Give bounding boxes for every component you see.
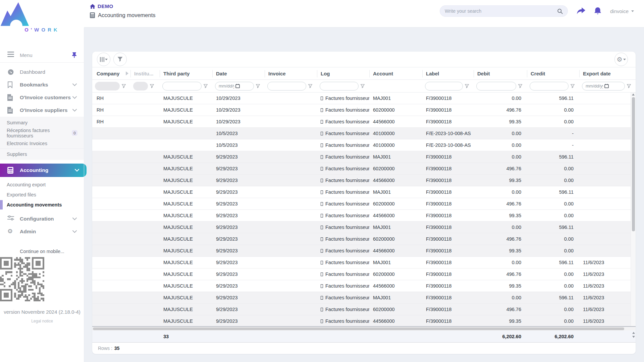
horizontal-scroll-thumb[interactable]: [93, 327, 624, 330]
table-row[interactable]: MAJUSCULE9/29/2023Factures fournisseurs6…: [92, 233, 631, 245]
col-header-credit[interactable]: Credit: [527, 67, 579, 79]
breadcrumb-home[interactable]: DEMO: [90, 3, 156, 9]
funnel-icon[interactable]: [571, 84, 575, 88]
col-header-institution[interactable]: Institu...: [130, 67, 160, 79]
scroll-up-icon[interactable]: [632, 332, 635, 334]
scroll-down-icon[interactable]: [632, 336, 635, 338]
table-row[interactable]: MAJUSCULE9/29/2023Factures fournisseurs6…: [92, 304, 631, 315]
cell-company: [92, 315, 130, 326]
grid-settings-button[interactable]: ⚙: [614, 53, 628, 66]
col-header-invoice[interactable]: Invoice: [265, 67, 317, 79]
funnel-icon[interactable]: [204, 84, 208, 88]
institution-filter-input[interactable]: [133, 82, 148, 90]
sidebar-item-dashboard[interactable]: Dashboard: [0, 66, 84, 78]
table-row[interactable]: MAJUSCULE9/29/2023Factures fournisseursM…: [92, 292, 631, 304]
funnel-icon[interactable]: [256, 84, 261, 88]
calendar-icon[interactable]: [604, 84, 622, 88]
cell-company: [92, 257, 130, 268]
export-date-filter-input[interactable]: mm/dd/yyyy: [582, 82, 625, 90]
funnel-icon[interactable]: [308, 84, 313, 88]
search-icon[interactable]: [557, 8, 563, 14]
table-row[interactable]: MAJUSCULE9/29/2023Factures fournisseurs4…: [92, 280, 631, 292]
cell-export-date: [579, 116, 631, 127]
column-chooser-button[interactable]: [97, 53, 110, 66]
table-row[interactable]: MAJUSCULE9/29/2023Factures fournisseursM…: [92, 186, 631, 198]
sidebar-item-receptions[interactable]: Réceptions factures fournisseurs 0: [0, 128, 84, 138]
sidebar-item-electronic-invoices[interactable]: Electronic Invoices: [0, 138, 84, 148]
table-row[interactable]: 10/5/2023Factures fournisseurs40100000F/…: [92, 139, 631, 151]
sidebar-item-suppliers[interactable]: Suppliers: [0, 149, 84, 159]
log-filter-input[interactable]: [320, 82, 359, 90]
col-label: Third party: [163, 71, 190, 76]
sidebar-item-accounting-movements[interactable]: Accounting movements: [0, 200, 84, 210]
calendar-icon[interactable]: [235, 84, 251, 88]
table-row[interactable]: MAJUSCULE9/29/2023Factures fournisseurs4…: [92, 245, 631, 257]
cell-institution: [130, 104, 160, 116]
filter-button[interactable]: [113, 53, 127, 66]
col-header-company[interactable]: Company: [92, 67, 130, 79]
sidebar-item-menu[interactable]: Menu: [0, 48, 84, 62]
hamburger-icon[interactable]: [7, 52, 14, 58]
funnel-icon[interactable]: [150, 84, 155, 88]
col-header-export-date[interactable]: Export date: [579, 67, 636, 79]
company-filter-input[interactable]: [95, 82, 120, 90]
label-filter-input[interactable]: [425, 82, 463, 90]
credit-filter-input[interactable]: [530, 82, 569, 90]
invoice-filter-input[interactable]: [267, 82, 306, 90]
col-label: Export date: [583, 71, 611, 76]
sidebar-item-label: Exported files: [7, 192, 36, 197]
col-header-third-party[interactable]: Third party: [160, 67, 212, 79]
table-row[interactable]: MAJUSCULE9/29/2023Factures fournisseurs4…: [92, 175, 631, 186]
col-header-debit[interactable]: Debit: [474, 67, 527, 79]
share-icon[interactable]: [577, 7, 585, 15]
search-input[interactable]: [445, 8, 557, 14]
table-row[interactable]: MAJUSCULE9/29/2023Factures fournisseursM…: [92, 151, 631, 163]
horizontal-scrollbar[interactable]: [92, 326, 636, 330]
funnel-icon[interactable]: [627, 84, 632, 88]
col-header-date[interactable]: Date: [212, 67, 265, 79]
col-header-account[interactable]: Account: [369, 67, 422, 79]
date-filter-input[interactable]: mm/dd/yyyy: [215, 82, 254, 90]
expand-arrow-icon[interactable]: [126, 71, 128, 75]
sidebar-item-accounting-export[interactable]: Accounting export: [0, 180, 84, 190]
user-menu[interactable]: dinvoice: [610, 8, 634, 14]
sidebar-item-label: Accounting export: [7, 182, 46, 187]
sidebar-item-bookmarks[interactable]: Bookmarks: [0, 78, 84, 91]
table-row[interactable]: MAJUSCULE9/29/2023Factures fournisseursM…: [92, 222, 631, 233]
third-party-filter-input[interactable]: [162, 82, 202, 90]
sidebar-item-summary[interactable]: Summary: [0, 117, 84, 128]
funnel-icon[interactable]: [361, 84, 365, 88]
debit-filter-input[interactable]: [476, 82, 516, 90]
document-icon: [7, 94, 14, 101]
table-row[interactable]: MAJUSCULE9/29/2023Factures fournisseursM…: [92, 257, 631, 268]
funnel-icon[interactable]: [122, 84, 126, 88]
bell-icon[interactable]: [594, 7, 601, 15]
table-row[interactable]: MAJUSCULE9/29/2023Factures fournisseurs4…: [92, 315, 631, 326]
legal-notice-link[interactable]: Legal notice: [0, 319, 84, 323]
table-row[interactable]: 10/5/2023Factures fournisseurs40100000F/…: [92, 128, 631, 139]
col-header-label[interactable]: Label: [422, 67, 474, 79]
table-row[interactable]: MAJUSCULE9/29/2023Factures fournisseurs6…: [92, 163, 631, 175]
table-row[interactable]: RHMAJUSCULE10/29/2023Factures fournisseu…: [92, 116, 631, 128]
vertical-scroll-thumb[interactable]: [632, 97, 635, 231]
sidebar-item-admin[interactable]: ⚙ Admin: [0, 225, 84, 238]
funnel-icon[interactable]: [518, 84, 523, 88]
funnel-icon[interactable]: [465, 84, 470, 88]
table-row[interactable]: MAJUSCULE9/29/2023Factures fournisseurs6…: [92, 268, 631, 280]
table-row[interactable]: MAJUSCULE9/29/2023Factures fournisseurs6…: [92, 198, 631, 210]
cell-company: [92, 198, 130, 209]
sidebar-item-configuration[interactable]: Configuration: [0, 213, 84, 225]
cell-label: F/39000118: [422, 198, 474, 209]
table-row[interactable]: RHMAJUSCULE10/29/2023Factures fournisseu…: [92, 93, 631, 104]
sidebar-item-accounting[interactable]: Accounting: [0, 164, 87, 177]
sidebar-item-oinvoice-customers[interactable]: O'Invoice customers: [0, 91, 84, 104]
scroll-up-icon[interactable]: [632, 94, 635, 96]
vertical-scrollbar[interactable]: [631, 93, 636, 326]
sidebar-item-oinvoice-suppliers[interactable]: O'Invoice suppliers: [0, 104, 84, 117]
cell-third-party: MAJUSCULE: [160, 93, 212, 104]
col-header-log[interactable]: Log: [317, 67, 369, 79]
sidebar-item-exported-files[interactable]: Exported files: [0, 190, 84, 200]
table-row[interactable]: MAJUSCULE9/29/2023Factures fournisseurs4…: [92, 210, 631, 222]
table-row[interactable]: RHMAJUSCULE10/29/2023Factures fournisseu…: [92, 104, 631, 116]
pin-icon[interactable]: [72, 52, 77, 58]
